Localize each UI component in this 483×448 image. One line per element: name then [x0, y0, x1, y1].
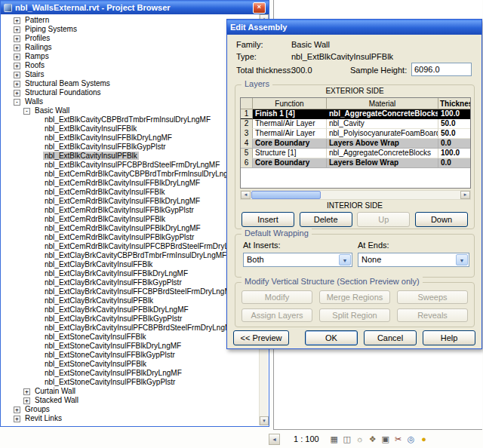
model-graphics-style-icon[interactable]: ◫ — [341, 433, 353, 445]
tree-item[interactable]: +Stacked Wall — [2, 396, 260, 405]
tree-item[interactable]: +Structural Foundations — [2, 88, 260, 97]
expand-icon[interactable]: + — [14, 72, 20, 78]
tree-item-label[interactable]: nbl_ExtCemRdrBlkCavityInsulFFBlkGypPlstr — [43, 206, 195, 214]
tree-item[interactable]: nbl_ExtClayBrkCavityInsulFFBlkGypPlstr — [2, 278, 260, 287]
tree-item[interactable]: nbl_ExtCemRdrBlkCavityInsulFFBlkGypPlstr — [2, 206, 260, 215]
down-button[interactable]: Down — [415, 212, 468, 227]
tree-item-label[interactable]: nbl_ExtClayBrkCavityInsulFFBlkDryLngMF — [43, 269, 189, 278]
tree-item-label[interactable]: nbl_ExtBlkCavityInsulFFBlkDryLngMF — [43, 133, 174, 142]
tree-item-label[interactable]: nbl_ExtClayBrkCavityInsulFFBlkGypPlstr — [43, 278, 183, 287]
temporary-hide-isolate-icon[interactable]: ◎ — [405, 433, 417, 445]
layer-cell[interactable]: Thermal/Air Layer — [253, 129, 327, 139]
tree-item[interactable]: +Profiles — [2, 34, 260, 43]
scroll-right-icon[interactable]: ► — [460, 191, 470, 199]
tree-item[interactable]: +Roofs — [2, 61, 260, 70]
layer-cell[interactable]: nbl_AggregateConcreteBlocks — [327, 109, 438, 119]
crop-view-icon[interactable]: ▣ — [380, 433, 392, 445]
insert-button[interactable]: Insert — [242, 212, 294, 227]
tree-item[interactable]: nbl_ExtClayBrkCavityInsulPFBlkDryLngMF — [2, 305, 260, 315]
reveal-hidden-elements-icon[interactable]: ● — [418, 433, 430, 445]
layer-cell[interactable]: 6 — [241, 158, 253, 168]
layer-cell[interactable]: nbl_Cavity — [327, 119, 438, 129]
tree-item[interactable]: nbl_ExtBlkCavityInsulFFBlk — [2, 124, 260, 133]
tree-item[interactable]: nbl_ExtBlkCavityInsulPFBlk — [2, 152, 260, 161]
canvas-scroll-left-icon[interactable]: ◄ — [269, 434, 280, 445]
tree-item-label[interactable]: nbl_ExtClayBrkCavityInsulFFCBPBrdSteelFr… — [43, 287, 237, 296]
tree-item[interactable]: +Ramps — [2, 52, 260, 61]
preview-button[interactable]: << Preview — [233, 330, 289, 345]
tree-item-label[interactable]: nbl_ExtBlkCavityInsulPFCBPBrdSteelFrmDry… — [43, 161, 221, 169]
expand-icon[interactable]: + — [14, 54, 20, 60]
tree-item-label[interactable]: nbl_ExtClayBrkCavityInsulFFBlk — [43, 260, 154, 268]
expand-icon[interactable]: + — [14, 35, 20, 42]
detail-level-icon[interactable]: ▦ — [328, 433, 340, 445]
expand-icon[interactable]: + — [14, 63, 20, 69]
layer-cell[interactable]: Thermal/Air Layer — [253, 119, 327, 129]
tree-item[interactable]: nbl_ExtCemRdrBlkCavityInsulPFCBPBrdSteel… — [2, 242, 260, 251]
tree-item[interactable]: nbl_ExtClayBrkCavityCBPBrdTmbrFrmInsulDr… — [2, 251, 260, 260]
tree-item[interactable]: -Walls — [2, 97, 260, 106]
layer-cell[interactable]: Layers Above Wrap — [327, 139, 438, 149]
expand-icon[interactable]: + — [14, 407, 20, 413]
collapse-icon[interactable]: - — [14, 99, 20, 106]
layer-cell[interactable]: Layers Below Wrap — [327, 158, 438, 168]
tree-item[interactable]: nbl_ExtStoneCavityInsulFFBlkDryLngMF — [2, 342, 260, 351]
tree-item[interactable]: +Pattern — [2, 16, 260, 25]
cancel-button[interactable]: Cancel — [364, 330, 417, 345]
tree-item[interactable]: -Basic Wall — [2, 106, 260, 115]
tree-item[interactable]: nbl_ExtStoneCavityInsulFFBlk — [2, 333, 260, 342]
tree-item-label[interactable]: Basic Wall — [33, 106, 71, 115]
tree-item[interactable]: nbl_ExtCemRdrBlkCavityInsulFFBlkDryLngMF — [2, 197, 260, 206]
tree-item-label[interactable]: nbl_ExtStoneCavityInsulFFBlkDryLngMF — [43, 342, 183, 350]
tree-item-label[interactable]: Walls — [23, 97, 45, 106]
tree-item-label[interactable]: nbl_ExtClayBrkCavityInsulPFBlk — [43, 296, 155, 305]
layer-cell[interactable]: 3 — [241, 129, 253, 139]
layer-cell[interactable]: 50.0 — [438, 119, 471, 129]
tree-item[interactable]: nbl_ExtCemRdrBlkCavityInsulPFBlkGypPlstr — [2, 233, 260, 242]
layer-cell[interactable]: Finish 1 [4] — [253, 109, 327, 119]
tree-item-label[interactable]: nbl_ExtCemRdrBlkCavityInsulFFBlkDryLngMF — [43, 179, 202, 187]
tree-item-label[interactable]: nbl_ExtCemRdrBlkCavityInsulPFBlk — [43, 215, 167, 223]
tree-item-label[interactable]: Roofs — [23, 61, 46, 69]
tree-item[interactable]: +Curtain Wall — [2, 387, 260, 396]
scroll-left-icon[interactable]: ◄ — [241, 191, 251, 199]
layers-horizontal-scrollbar[interactable]: ◄ ► — [240, 190, 471, 200]
layer-cell[interactable]: 1 — [241, 109, 253, 119]
expand-icon[interactable]: + — [14, 26, 20, 33]
tree-item-label[interactable]: nbl_ExtStoneCavityInsulPFBlkDryLngMF — [43, 369, 183, 377]
layer-cell[interactable]: 0.0 — [438, 158, 471, 168]
tree-item-label[interactable]: nbl_ExtCemRdrBlkCavityInsulFFBlkDryLngMF — [43, 197, 202, 205]
layer-row[interactable]: 4Core BoundaryLayers Above Wrap0.0 — [241, 139, 470, 149]
tree-item-label[interactable]: nbl_ExtClayBrkCavityCBPBrdTmbrFrmInsulDr… — [43, 251, 228, 259]
tree-item-label[interactable]: nbl_ExtStoneCavityInsulPFBlkGypPlstr — [43, 378, 177, 386]
tree-item-label[interactable]: nbl_ExtStoneCavityInsulPFBlk — [43, 360, 148, 368]
layer-row[interactable]: 1Finish 1 [4]nbl_AggregateConcreteBlocks… — [241, 109, 470, 119]
tree-item[interactable]: nbl_ExtStoneCavityInsulPFBlkDryLngMF — [2, 369, 260, 378]
tree-item-label[interactable]: nbl_ExtCemRdrBlkCavityInsulPFBlkDryLngMF — [43, 224, 202, 232]
layer-cell[interactable]: Structure [1] — [253, 149, 327, 158]
layer-cell[interactable]: 2 — [241, 119, 253, 129]
tree-item-label[interactable]: Railings — [23, 43, 54, 51]
tree-item[interactable]: nbl_ExtStoneCavityInsulFFBlkGypPlstr — [2, 351, 260, 360]
tree-item[interactable]: nbl_ExtBlkCavityCBPBrdTmbrFrmInsulDryLng… — [2, 115, 260, 124]
delete-button[interactable]: Delete — [300, 212, 352, 227]
expand-icon[interactable]: + — [23, 397, 30, 404]
tree-item[interactable]: +Revit Links — [2, 414, 260, 423]
layer-cell[interactable]: 5 — [241, 149, 253, 158]
tree-item-label[interactable]: Curtain Wall — [33, 387, 77, 395]
layer-row[interactable]: 6Core BoundaryLayers Below Wrap0.0 — [241, 158, 470, 168]
layer-cell[interactable]: nbl_PolyisocyanurateFoamBoards — [327, 129, 438, 139]
dialog-titlebar[interactable]: Edit Assembly — [227, 20, 481, 35]
tree-item[interactable]: nbl_ExtBlkCavityInsulFFBlkGypPlstr — [2, 143, 260, 152]
layer-row[interactable]: 3Thermal/Air Layernbl_PolyisocyanurateFo… — [241, 129, 470, 139]
tree-item-label[interactable]: nbl_ExtCemRdrBlkCavityInsulPFBlkGypPlstr — [43, 233, 195, 241]
tree-item-label[interactable]: Profiles — [23, 34, 51, 42]
tree-item[interactable]: nbl_ExtCemRdrBlkCavityInsulPFBlkDryLngMF — [2, 224, 260, 233]
layer-cell[interactable]: 100.0 — [438, 109, 471, 119]
layer-cell[interactable]: Core Boundary — [253, 139, 327, 149]
tree-item[interactable]: nbl_ExtClayBrkCavityInsulFFBlk — [2, 260, 260, 269]
tree-item-label[interactable]: Revit Links — [23, 414, 63, 422]
layer-cell[interactable]: 4 — [241, 139, 253, 149]
layer-cell[interactable]: 50.0 — [438, 129, 471, 139]
expand-icon[interactable]: + — [14, 44, 20, 51]
